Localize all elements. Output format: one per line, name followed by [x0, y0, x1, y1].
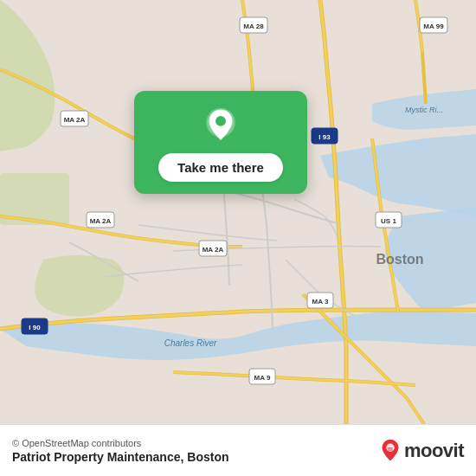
- tooltip-card: Take me there: [134, 91, 307, 194]
- svg-text:Boston: Boston: [376, 252, 423, 267]
- svg-text:MA 2A: MA 2A: [64, 116, 86, 124]
- svg-text:Mystic Ri...: Mystic Ri...: [405, 106, 443, 114]
- map-container: MA 2A MA 2A MA 2A MA 28 I 93 US 1 I 90 M…: [0, 0, 476, 424]
- svg-text:I 90: I 90: [29, 324, 41, 331]
- take-me-there-button[interactable]: Take me there: [158, 153, 283, 182]
- svg-text:I 93: I 93: [318, 133, 331, 141]
- svg-text:m: m: [388, 446, 393, 452]
- svg-rect-0: [0, 0, 476, 424]
- svg-text:MA 2A: MA 2A: [203, 246, 224, 254]
- svg-text:MA 9: MA 9: [254, 374, 271, 382]
- svg-point-27: [215, 116, 226, 126]
- svg-text:MA 3: MA 3: [312, 298, 329, 306]
- svg-text:MA 2A: MA 2A: [90, 217, 112, 225]
- svg-text:Charles River: Charles River: [164, 338, 217, 348]
- bottom-left-info: © OpenStreetMap contributors Patriot Pro…: [12, 438, 228, 464]
- moovit-logo: m moovit: [380, 439, 464, 463]
- moovit-logo-icon: m: [380, 439, 401, 463]
- location-title: Patriot Property Maintenance, Boston: [12, 450, 228, 464]
- svg-text:MA 28: MA 28: [243, 23, 264, 30]
- bottom-bar: © OpenStreetMap contributors Patriot Pro…: [0, 424, 476, 476]
- svg-text:US 1: US 1: [381, 217, 396, 225]
- moovit-text: moovit: [404, 440, 464, 462]
- attribution-text: © OpenStreetMap contributors: [12, 438, 228, 448]
- map-background: MA 2A MA 2A MA 2A MA 28 I 93 US 1 I 90 M…: [0, 0, 476, 424]
- svg-text:MA 99: MA 99: [423, 23, 444, 30]
- location-pin-icon: [202, 106, 240, 145]
